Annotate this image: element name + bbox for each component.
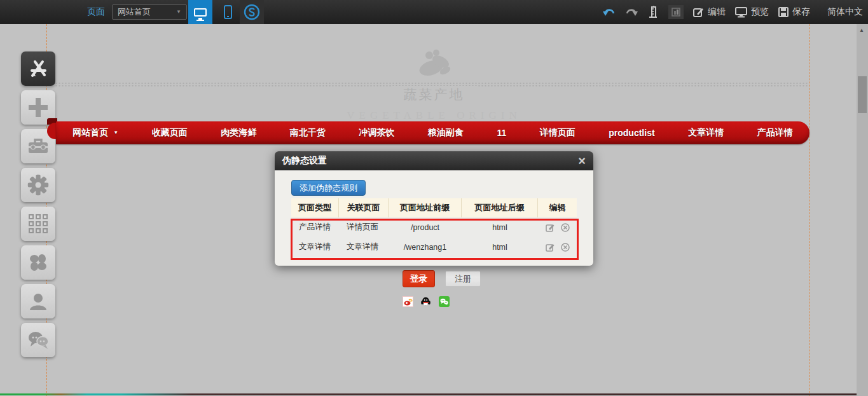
sidebar-item-messages[interactable] xyxy=(21,323,55,357)
dialog-title: 伪静态设置 xyxy=(282,155,578,167)
redo-button[interactable] xyxy=(625,8,638,17)
table-header-cell: 页面地址前缀 xyxy=(389,198,462,217)
edit-icon xyxy=(693,7,704,18)
wechat-icon[interactable] xyxy=(439,296,450,307)
row-actions xyxy=(538,223,577,232)
undo-button[interactable] xyxy=(603,8,616,17)
nav-item[interactable]: 粮油副食 xyxy=(428,127,464,139)
edit-rule-icon[interactable] xyxy=(546,223,555,232)
chevron-down-icon: ▼ xyxy=(113,130,118,135)
edit-button[interactable]: 编辑 xyxy=(693,6,726,18)
weibo-icon[interactable] xyxy=(403,296,413,307)
stats-button[interactable] xyxy=(668,5,684,19)
sidebar-item-design[interactable] xyxy=(21,51,55,86)
nav-item[interactable]: productlist xyxy=(609,128,654,138)
undo-icon xyxy=(603,8,616,17)
login-button[interactable]: 登录 xyxy=(403,270,435,287)
stats-icon xyxy=(672,8,680,17)
rule-url-suffix: html xyxy=(462,223,538,232)
dialog-titlebar[interactable]: 伪静态设置 × xyxy=(275,151,593,170)
design-tools-icon xyxy=(27,58,49,79)
logo-subtitle: VEGETABLE ORIGIN xyxy=(0,109,868,122)
gear-icon xyxy=(27,174,50,196)
table-header-row: 页面类型关联页面页面地址前缀页面地址后缀编辑 xyxy=(291,198,577,217)
rule-linked-page: 文章详情 xyxy=(339,242,389,252)
scrollbar[interactable]: ▲ xyxy=(857,24,868,396)
sidebar-item-modules[interactable] xyxy=(21,207,55,241)
table-header-cell: 关联页面 xyxy=(339,198,389,217)
table-header-cell: 页面类型 xyxy=(291,198,339,217)
delete-rule-icon[interactable] xyxy=(561,223,570,232)
page-select-value: 网站首页 xyxy=(118,7,151,17)
desktop-view-icon xyxy=(194,8,207,17)
nav-item[interactable]: 肉类海鲜 xyxy=(221,127,256,139)
user-icon xyxy=(28,291,48,311)
preview-icon xyxy=(735,7,747,18)
desktop-view-button[interactable] xyxy=(188,0,212,24)
sidebar-item-plugins[interactable] xyxy=(21,245,55,280)
add-rule-button[interactable]: 添加伪静态规则 xyxy=(291,180,366,196)
save-label: 保存 xyxy=(792,6,810,18)
table-header-cell: 页面地址后缀 xyxy=(462,198,538,217)
chat-icon xyxy=(27,331,50,350)
mobile-view-icon xyxy=(224,5,232,19)
scroll-up-icon[interactable]: ▲ xyxy=(859,27,864,33)
nav-item[interactable]: 产品详情 xyxy=(757,127,793,139)
register-button[interactable]: 注册 xyxy=(445,271,481,287)
save-icon xyxy=(778,7,789,17)
ruler-button[interactable] xyxy=(647,6,659,18)
nav-item[interactable]: 文章详情 xyxy=(688,127,724,139)
nav-item[interactable]: 11 xyxy=(497,128,506,138)
nav-item[interactable]: 详情页面 xyxy=(540,127,575,139)
redo-icon xyxy=(625,8,638,17)
page-label: 页面 xyxy=(87,6,105,18)
chevron-down-icon: ▼ xyxy=(176,5,181,19)
edit-rule-icon[interactable] xyxy=(546,243,555,252)
logo-title: 蔬菜产地 xyxy=(391,86,478,104)
sidebar-item-members[interactable] xyxy=(21,284,55,318)
rule-page-type: 产品详情 xyxy=(291,222,339,233)
edit-label: 编辑 xyxy=(708,6,726,18)
rule-url-suffix: html xyxy=(462,243,538,252)
app-circle-button[interactable] xyxy=(240,0,264,24)
sidebar-item-settings[interactable] xyxy=(21,168,55,202)
table-row: 文章详情文章详情/wenzhang1html xyxy=(291,237,577,257)
site-logo: 蔬菜产地 VEGETABLE ORIGIN xyxy=(0,48,868,122)
ruler-icon xyxy=(647,6,659,18)
modules-grid-icon xyxy=(29,214,48,233)
add-icon xyxy=(29,98,48,117)
scrollbar-thumb[interactable] xyxy=(858,76,867,113)
delete-rule-icon[interactable] xyxy=(561,243,570,252)
rule-linked-page: 详情页面 xyxy=(339,222,389,233)
table-header-cell: 编辑 xyxy=(538,198,577,217)
close-icon[interactable]: × xyxy=(578,154,586,167)
vegetable-logo-icon xyxy=(412,48,457,79)
rule-url-prefix: /wenzhang1 xyxy=(389,243,462,252)
bottom-color-line xyxy=(0,393,868,395)
preview-button[interactable]: 预览 xyxy=(735,6,769,18)
rules-table: 页面类型关联页面页面地址前缀页面地址后缀编辑 产品详情详情页面/producth… xyxy=(291,198,577,257)
rule-page-type: 文章详情 xyxy=(291,242,339,252)
nav-item[interactable]: 南北干货 xyxy=(290,127,326,139)
rule-url-prefix: /product xyxy=(389,223,462,232)
nav-item[interactable]: 网站首页▼ xyxy=(72,127,118,139)
clover-icon xyxy=(28,252,48,273)
qq-icon[interactable] xyxy=(420,296,431,307)
table-row: 产品详情详情页面/producthtml xyxy=(291,217,577,237)
pseudo-static-dialog: 伪静态设置 × 添加伪静态规则 页面类型关联页面页面地址前缀页面地址后缀编辑 产… xyxy=(275,151,593,266)
language-switcher[interactable]: 简体中文 xyxy=(827,6,863,18)
main-nav: 网站首页▼收藏页面肉类海鲜南北干货冲调茶饮粮油副食11详情页面productli… xyxy=(56,121,809,144)
nav-item[interactable]: 收藏页面 xyxy=(152,127,188,139)
top-toolbar: 页面 网站首页 ▼ xyxy=(0,0,868,24)
page-select[interactable]: 网站首页 ▼ xyxy=(112,4,187,20)
toolbox-icon xyxy=(27,137,49,156)
nav-item[interactable]: 冲调茶饮 xyxy=(359,127,394,139)
row-actions xyxy=(538,243,577,252)
save-button[interactable]: 保存 xyxy=(778,6,810,18)
preview-label: 预览 xyxy=(751,6,769,18)
app-circle-icon xyxy=(244,4,260,20)
right-guide-line xyxy=(809,24,809,396)
mobile-view-button[interactable] xyxy=(216,0,239,24)
